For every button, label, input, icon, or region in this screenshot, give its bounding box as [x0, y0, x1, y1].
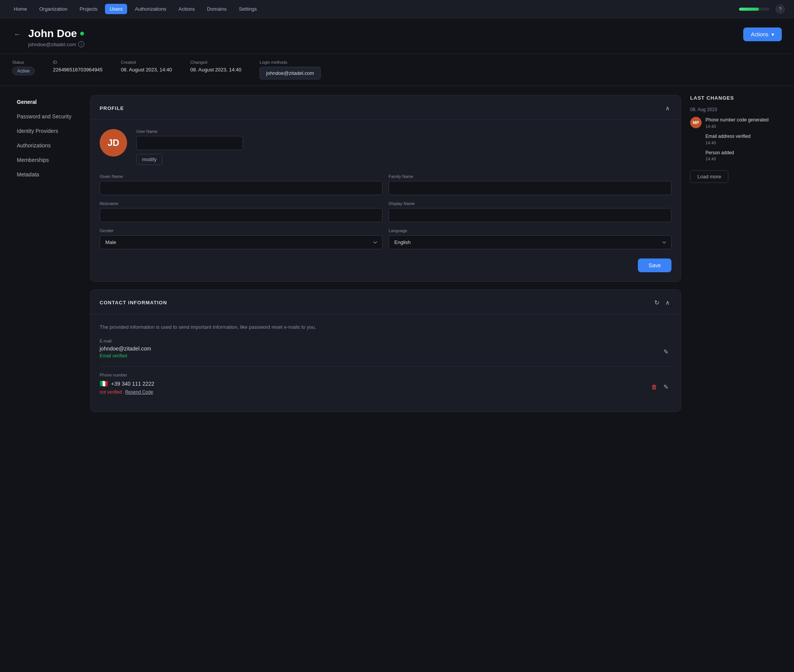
- change-time-1: 14:40: [705, 141, 750, 145]
- nav-users[interactable]: Users: [105, 4, 127, 14]
- id-label: ID: [53, 60, 103, 65]
- right-panel: LAST CHANGES 08. Aug 2023 MP Phone numbe…: [690, 95, 782, 183]
- change-details-1: Email address verified 14:40: [690, 133, 750, 145]
- display-name-input[interactable]: [389, 208, 671, 222]
- login-methods-meta: Login methods johndoe@zitadel.com: [260, 60, 320, 79]
- page-header: ← John Doe johndoe@zitadel.com i Actions…: [0, 18, 794, 54]
- username-label: User Name: [136, 129, 243, 134]
- profile-section-title: PROFILE: [100, 105, 124, 111]
- given-name-label: Given Name: [100, 174, 382, 179]
- gender-field: Gender Male Female Diverse: [100, 228, 382, 249]
- phone-field-block: Phone number 🇮🇹 +39 340 111 2222 not ver…: [100, 373, 671, 395]
- contact-header-icons: ↻ ∧: [653, 297, 671, 308]
- nav-organization[interactable]: Organization: [35, 4, 72, 14]
- email-field-block: E-mail johndoe@zitadel.com Email verifie…: [100, 339, 671, 359]
- email-edit-button[interactable]: ✎: [660, 347, 671, 357]
- change-item-2: Person added 14:40: [690, 150, 782, 162]
- progress-bar-fill: [739, 8, 759, 11]
- change-details-2: Person added 14:40: [690, 150, 734, 162]
- page-title: John Doe: [28, 27, 84, 40]
- changed-value: 08. August 2023, 14:40: [190, 67, 242, 73]
- back-button[interactable]: ←: [12, 29, 22, 40]
- nav-projects[interactable]: Projects: [75, 4, 102, 14]
- user-name-title: John Doe: [28, 27, 77, 40]
- id-meta: ID 226496516703964945: [53, 60, 103, 73]
- phone-number: +39 340 111 2222: [111, 381, 154, 387]
- sidebar-item-memberships[interactable]: Memberships: [12, 153, 81, 167]
- nickname-display-row: Nickname Display Name: [100, 201, 671, 222]
- language-select[interactable]: English German French: [389, 235, 671, 249]
- sidebar: General Password and Security Identity P…: [12, 95, 81, 182]
- last-changes-title: LAST CHANGES: [690, 95, 782, 101]
- status-label: Status: [12, 60, 35, 65]
- nickname-field: Nickname: [100, 201, 382, 222]
- username-input[interactable]: [136, 136, 243, 150]
- change-date: 08. Aug 2023: [690, 107, 782, 112]
- name-row: Given Name Family Name: [100, 174, 671, 195]
- sidebar-item-metadata[interactable]: Metadata: [12, 168, 81, 181]
- resend-code-link[interactable]: Resend Code: [125, 389, 153, 395]
- created-meta: Created 08. August 2023, 14:40: [121, 60, 172, 73]
- profile-avatar-row: JD User Name modify: [100, 129, 671, 165]
- nav-home[interactable]: Home: [9, 4, 32, 14]
- email-verified-text: Email verified: [100, 353, 151, 359]
- main-layout: General Password and Security Identity P…: [0, 86, 794, 421]
- language-field: Language English German French: [389, 228, 671, 249]
- contact-card-body: The provided information is used to send…: [90, 314, 681, 412]
- sidebar-item-authorizations[interactable]: Authorizations: [12, 139, 81, 152]
- contact-refresh-button[interactable]: ↻: [653, 297, 661, 308]
- profile-collapse-button[interactable]: ∧: [664, 103, 671, 113]
- family-name-field: Family Name: [389, 174, 671, 195]
- changed-meta: Changed 08. August 2023, 14:40: [190, 60, 242, 73]
- given-name-input[interactable]: [100, 181, 382, 195]
- change-text-1: Email address verified: [705, 133, 750, 140]
- nav-actions[interactable]: Actions: [174, 4, 200, 14]
- not-verified-text: not verified: [100, 389, 122, 395]
- profile-card: PROFILE ∧ JD User Name modify: [90, 95, 681, 282]
- nav-domains[interactable]: Domains: [202, 4, 231, 14]
- status-badge: Active: [12, 67, 35, 75]
- status-meta: Status Active: [12, 60, 35, 75]
- change-text-0: Phone number code generated: [705, 117, 768, 123]
- actions-button[interactable]: Actions ▾: [743, 27, 782, 41]
- sidebar-item-password[interactable]: Password and Security: [12, 110, 81, 123]
- gender-select[interactable]: Male Female Diverse: [100, 235, 382, 249]
- online-status-dot: [80, 32, 84, 36]
- nickname-label: Nickname: [100, 201, 382, 206]
- username-block: User Name modify: [136, 129, 243, 165]
- contact-section-title: CONTACT INFORMATION: [100, 300, 167, 305]
- phone-delete-button[interactable]: 🗑: [648, 382, 660, 392]
- changed-label: Changed: [190, 60, 242, 65]
- contact-collapse-button[interactable]: ∧: [664, 297, 671, 308]
- user-email-subtitle: johndoe@zitadel.com: [28, 42, 76, 47]
- profile-save-button[interactable]: Save: [638, 258, 671, 272]
- chevron-down-icon: ▾: [771, 31, 774, 37]
- phone-field-row: 🇮🇹 +39 340 111 2222 not verified Resend …: [100, 380, 671, 395]
- created-value: 08. August 2023, 14:40: [121, 67, 172, 73]
- load-more-button[interactable]: Load more: [690, 170, 728, 183]
- nickname-input[interactable]: [100, 208, 382, 222]
- change-details-0: Phone number code generated 14:40: [705, 117, 768, 129]
- contact-description: The provided information is used to send…: [100, 323, 671, 331]
- display-name-field: Display Name: [389, 201, 671, 222]
- gender-label: Gender: [100, 228, 382, 233]
- nav-settings[interactable]: Settings: [234, 4, 261, 14]
- family-name-input[interactable]: [389, 181, 671, 195]
- login-method-value: johndoe@zitadel.com: [260, 67, 320, 79]
- help-button[interactable]: ?: [776, 5, 785, 14]
- created-label: Created: [121, 60, 172, 65]
- contact-card: CONTACT INFORMATION ↻ ∧ The provided inf…: [90, 289, 681, 412]
- phone-row: 🇮🇹 +39 340 111 2222: [100, 380, 154, 388]
- email-field-label: E-mail: [100, 339, 671, 343]
- profile-card-header: PROFILE ∧: [90, 95, 681, 120]
- login-methods-label: Login methods: [260, 60, 320, 65]
- sidebar-item-identity[interactable]: Identity Providers: [12, 124, 81, 138]
- nav-authorizations[interactable]: Authorizations: [130, 4, 171, 14]
- phone-flag: 🇮🇹: [100, 380, 108, 388]
- id-value: 226496516703964945: [53, 67, 103, 73]
- phone-edit-button[interactable]: ✎: [660, 382, 671, 392]
- sidebar-item-general[interactable]: General: [12, 95, 81, 109]
- info-icon[interactable]: i: [78, 41, 84, 47]
- contact-email-value: johndoe@zitadel.com: [100, 346, 151, 352]
- modify-button[interactable]: modify: [136, 154, 162, 165]
